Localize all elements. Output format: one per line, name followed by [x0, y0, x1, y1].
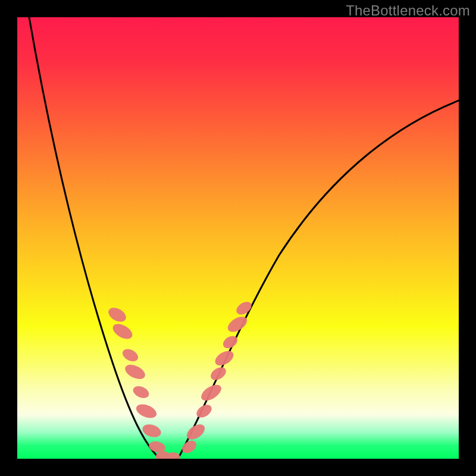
marker-bead: [212, 348, 236, 369]
watermark-text: TheBottleneck.com: [346, 2, 470, 19]
plot-area: [17, 17, 459, 459]
marker-bead: [134, 402, 159, 421]
marker-bead: [106, 305, 129, 324]
marker-bead: [180, 438, 199, 456]
chart-svg: [17, 17, 459, 459]
marker-bead: [123, 362, 147, 382]
marker-bead: [208, 365, 228, 383]
curve-right: [178, 101, 459, 459]
marker-bead: [234, 299, 253, 317]
marker-bead: [110, 321, 134, 342]
chart-frame: TheBottleneck.com: [0, 0, 476, 476]
marker-bead: [131, 384, 151, 400]
marker-bead: [199, 381, 224, 403]
marker-group: [106, 299, 253, 459]
marker-bead: [120, 346, 140, 364]
